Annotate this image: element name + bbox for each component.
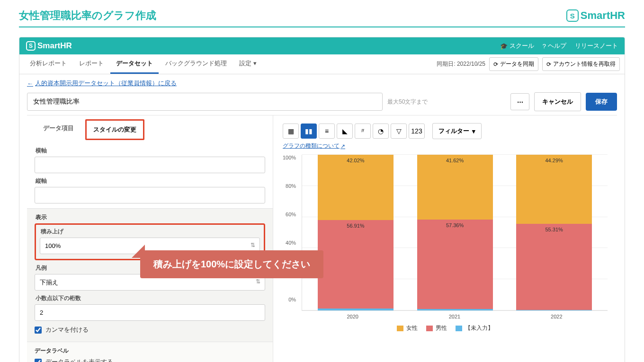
refresh-icon: ⟳ [493,61,498,68]
plot-area: 42.02%56.91%41.62%57.36%44.29%55.31% [302,155,608,311]
tab-analysis-report[interactable]: 分析レポート [24,54,72,74]
subtab-style[interactable]: スタイルの変更 [85,119,144,140]
chart-type-line[interactable]: 〃 [355,124,371,139]
legend-item: 男性 [426,324,447,332]
brand-icon-small: S [26,41,36,51]
xaxis-input[interactable] [35,157,265,173]
legend-item: 【未入力】 [456,324,493,332]
hbar-chart-icon: ≡ [325,127,329,135]
page-title: 女性管理職比率のグラフ作成 [19,9,156,23]
comma-label: カンマを付ける [45,326,89,334]
show-datalabel-checkbox[interactable] [35,359,42,362]
title-hint: 最大50文字まで [387,98,506,106]
chart-type-number[interactable]: 123 [409,124,425,139]
app-window: S SmartHR 🎓スクール ?ヘルプ リリースノート 分析レポート レポート… [19,37,625,362]
refresh-icon: ⟳ [546,61,551,68]
bar-2021: 41.62%57.36% [417,155,493,310]
help-icon: ? [543,43,546,50]
save-button[interactable]: 保存 [586,93,617,111]
right-pane: ▦ ▮▮ ≡ ◣ 〃 ◔ ▽ 123 フィルター▾ グラフの種類について↗ 10… [273,115,617,362]
app-brand[interactable]: S SmartHR [26,41,72,51]
show-datalabel-label: データラベルを表示する [45,358,113,362]
decimal-label: 小数点以下の桁数 [36,294,265,302]
yaxis-label: 縦軸 [36,177,265,185]
tab-settings[interactable]: 設定 ▾ [233,54,262,74]
area-chart-icon: ◣ [342,127,348,135]
chart-type-funnel[interactable]: ▽ [391,124,407,139]
back-link[interactable]: ←人的資本開示用データセット（従業員情報）に戻る [27,79,177,88]
bar-chart-icon: ▮▮ [305,127,313,135]
chevron-down-icon: ▾ [253,60,257,67]
x-axis: 202020212022 [283,314,608,319]
datalabel-heading: データラベル [35,347,265,355]
external-link-icon: ↗ [340,143,345,150]
brand-icon: S [566,9,579,22]
instruction-callout: 積み上げを100%に設定してください [140,250,323,278]
nav-row: 分析レポート レポート データセット バックグラウンド処理 設定 ▾ 同期日: … [19,54,625,74]
chart-type-hbar[interactable]: ≡ [319,124,335,139]
tab-dataset[interactable]: データセット [110,54,159,74]
school-link[interactable]: 🎓スクール [500,42,534,50]
filter-icon: ▾ [472,128,475,135]
graduation-icon: 🎓 [500,43,508,50]
release-notes-link[interactable]: リリースノート [575,42,618,50]
chart-type-area[interactable]: ◣ [337,124,353,139]
filter-button[interactable]: フィルター▾ [432,123,482,139]
chart-type-bar[interactable]: ▮▮ [301,124,317,139]
more-button[interactable]: ⋯ [510,93,529,110]
xaxis-label: 横軸 [36,147,265,155]
arrow-left-icon: ← [27,80,33,87]
stacking-label: 積み上げ [41,228,260,236]
comma-checkbox[interactable] [35,327,42,334]
chart-title-input[interactable] [27,93,383,111]
tab-report[interactable]: レポート [73,54,109,74]
bar-2020: 42.02%56.91% [318,155,394,310]
sync-data-button[interactable]: ⟳データを同期 [489,57,538,71]
chart-type-table[interactable]: ▦ [283,124,299,139]
legend-item: 女性 [397,324,418,332]
subtab-data-items[interactable]: データ項目 [36,119,80,140]
chart-type-help-link[interactable]: グラフの種類について↗ [283,142,345,150]
chart-type-pie[interactable]: ◔ [373,124,389,139]
sync-date-label: 同期日: 2022/10/25 [437,60,485,68]
funnel-chart-icon: ▽ [396,127,402,135]
brand-logo: S SmartHR [566,9,625,22]
bar-2022: 44.29%55.31% [516,155,592,310]
pie-chart-icon: ◔ [378,127,384,135]
number-icon: 123 [411,127,422,135]
table-icon: ▦ [288,127,294,135]
y-axis: 100%80%60%40%20%0% [283,155,298,311]
legend: 女性男性【未入力】 [283,324,608,332]
decimal-input[interactable] [35,304,265,321]
topbar: S SmartHR 🎓スクール ?ヘルプ リリースノート [19,37,625,54]
display-heading: 表示 [36,213,265,221]
left-pane: データ項目 スタイルの変更 横軸 縦軸 表示 積み上げ [27,115,273,362]
yaxis-input[interactable] [35,187,265,203]
line-chart-icon: 〃 [359,127,366,135]
help-link[interactable]: ?ヘルプ [543,42,566,50]
cancel-button[interactable]: キャンセル [534,92,581,111]
chart: 100%80%60%40%20%0% 42.02%56.91%41.62%57.… [283,155,608,332]
tab-background[interactable]: バックグラウンド処理 [160,54,233,74]
stacking-highlight: 積み上げ 積み上げを100%に設定してください [35,223,265,260]
refresh-account-button[interactable]: ⟳アカウント情報を再取得 [542,57,620,71]
